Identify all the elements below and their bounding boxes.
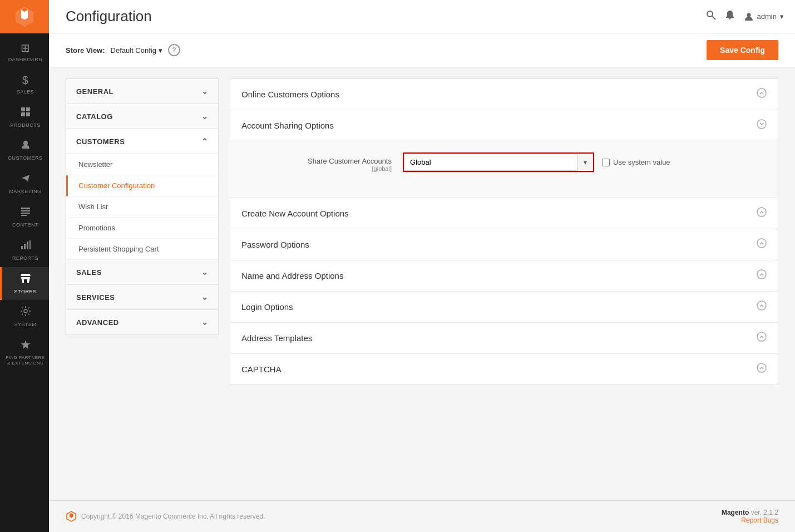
store-view-select[interactable]: Default Config ▾ xyxy=(111,46,162,55)
nav-item-newsletter[interactable]: Newsletter xyxy=(66,154,218,175)
footer-right: Magento ver. 2.1.2 Report Bugs xyxy=(722,509,778,524)
config-section-login-header[interactable]: Login Options xyxy=(230,292,778,322)
chevron-up-icon: ⌃ xyxy=(201,137,209,146)
sidebar-item-sales[interactable]: $ SALES xyxy=(0,68,49,101)
svg-rect-12 xyxy=(29,240,31,249)
sidebar-item-system[interactable]: SYSTEM xyxy=(0,300,49,333)
svg-rect-0 xyxy=(21,107,25,111)
nav-section-catalog[interactable]: CATALOG ⌄ xyxy=(66,104,218,129)
report-bugs-link[interactable]: Report Bugs xyxy=(741,516,778,524)
sidebar-item-find[interactable]: FIND PARTNERS & EXTENSIONS xyxy=(0,333,49,371)
config-section-account-sharing-header[interactable]: Account Sharing Options xyxy=(230,110,778,141)
search-icon[interactable] xyxy=(706,10,716,23)
config-panel: Online Customers Options Account Sharing… xyxy=(230,78,778,385)
sidebar-item-dashboard[interactable]: ⊞ DASHBOARD xyxy=(0,36,49,68)
config-section-captcha-title: CAPTCHA xyxy=(241,364,282,374)
footer-version: ver. 2.1.2 xyxy=(751,509,778,516)
left-nav: GENERAL ⌄ CATALOG ⌄ CUSTOMERS ⌃ Newslett… xyxy=(66,78,219,335)
config-section-name-address: Name and Address Options xyxy=(230,260,778,292)
nav-item-persistent-shopping-cart[interactable]: Persistent Shopping Cart xyxy=(66,239,218,260)
sidebar-item-content[interactable]: CONTENT xyxy=(0,200,49,234)
find-icon xyxy=(20,339,31,353)
sidebar-item-customers[interactable]: CUSTOMERS xyxy=(0,134,49,167)
sidebar-item-products[interactable]: PRODUCTS xyxy=(0,101,49,134)
use-system-value-label[interactable]: Use system value xyxy=(602,158,670,166)
sidebar-item-marketing[interactable]: MARKETING xyxy=(0,167,49,200)
config-section-login: Login Options xyxy=(230,292,778,323)
svg-point-16 xyxy=(707,11,713,17)
collapse-icon xyxy=(757,88,767,101)
nav-section-sales[interactable]: SALES ⌄ xyxy=(66,260,218,285)
nav-item-customer-configuration[interactable]: Customer Configuration xyxy=(66,175,218,196)
config-section-captcha-header[interactable]: CAPTCHA xyxy=(230,354,778,385)
marketing-icon xyxy=(20,173,31,186)
nav-item-wish-list[interactable]: Wish List xyxy=(66,196,218,218)
config-section-online-customers: Online Customers Options xyxy=(230,79,778,110)
admin-dropdown-icon: ▾ xyxy=(780,12,784,21)
nav-section-general-label: GENERAL xyxy=(76,87,113,96)
config-section-name-address-header[interactable]: Name and Address Options xyxy=(230,260,778,291)
use-system-value-checkbox[interactable] xyxy=(602,159,610,166)
config-section-online-customers-title: Online Customers Options xyxy=(241,90,339,99)
config-section-create-account-title: Create New Account Options xyxy=(241,209,349,218)
footer-copyright: Copyright © 2016 Magento Commerce Inc. A… xyxy=(81,513,265,520)
nav-item-promotions[interactable]: Promotions xyxy=(66,218,218,239)
nav-section-customers[interactable]: CUSTOMERS ⌃ xyxy=(66,129,218,154)
config-section-login-title: Login Options xyxy=(241,302,293,312)
svg-rect-3 xyxy=(26,112,30,116)
config-section-account-sharing-title: Account Sharing Options xyxy=(241,121,334,130)
config-section-password: Password Options xyxy=(230,229,778,260)
nav-section-advanced-label: ADVANCED xyxy=(76,318,119,327)
admin-user[interactable]: admin ▾ xyxy=(744,12,784,22)
page-title: Configuration xyxy=(66,8,152,25)
content-area: GENERAL ⌄ CATALOG ⌄ CUSTOMERS ⌃ Newslett… xyxy=(49,67,795,500)
footer-version-label: Magento xyxy=(722,509,749,516)
chevron-down-icon: ⌄ xyxy=(201,112,209,121)
config-section-create-account-header[interactable]: Create New Account Options xyxy=(230,198,778,229)
magento-logo[interactable] xyxy=(0,0,49,33)
config-section-address-templates-header[interactable]: Address Templates xyxy=(230,323,778,353)
nav-section-catalog-label: CATALOG xyxy=(76,112,113,121)
svg-point-18 xyxy=(747,13,750,17)
help-icon[interactable]: ? xyxy=(168,44,180,56)
notifications-icon[interactable] xyxy=(725,10,735,23)
nav-section-services[interactable]: SERVICES ⌄ xyxy=(66,285,218,310)
svg-rect-1 xyxy=(26,107,30,111)
store-view-label: Store View: xyxy=(66,46,105,55)
sidebar-item-stores[interactable]: STORES xyxy=(0,267,49,301)
nav-section-sales-label: SALES xyxy=(76,268,102,277)
nav-section-general[interactable]: GENERAL ⌄ xyxy=(66,79,218,104)
reports-icon xyxy=(20,239,31,253)
svg-rect-11 xyxy=(27,242,28,249)
sidebar-item-reports[interactable]: REPORTS xyxy=(0,234,49,267)
collapse-icon xyxy=(757,301,767,313)
content-icon xyxy=(20,206,31,220)
config-section-create-account: Create New Account Options xyxy=(230,198,778,229)
config-section-online-customers-header[interactable]: Online Customers Options xyxy=(230,79,778,110)
collapse-icon xyxy=(757,119,767,132)
share-accounts-select[interactable]: Global Per Website xyxy=(404,154,593,171)
chevron-down-icon: ⌄ xyxy=(201,268,209,277)
nav-sub-items-customers: Newsletter Customer Configuration Wish L… xyxy=(66,154,218,260)
svg-line-17 xyxy=(712,16,715,19)
config-row-share-accounts: Share Customer Accounts [global] Global … xyxy=(247,152,761,172)
nav-section-advanced[interactable]: ADVANCED ⌄ xyxy=(66,310,218,334)
chevron-down-icon: ⌄ xyxy=(201,318,209,327)
system-icon xyxy=(20,306,31,319)
svg-point-4 xyxy=(23,141,28,145)
svg-rect-13 xyxy=(24,279,27,283)
config-section-account-sharing-body: Share Customer Accounts [global] Global … xyxy=(230,141,778,198)
config-section-password-header[interactable]: Password Options xyxy=(230,229,778,260)
nav-section-services-label: SERVICES xyxy=(76,293,115,302)
collapse-icon xyxy=(757,207,767,220)
collapse-icon xyxy=(757,269,767,282)
nav-section-customers-label: CUSTOMERS xyxy=(76,137,125,146)
dashboard-icon: ⊞ xyxy=(21,41,31,55)
svg-point-14 xyxy=(24,309,27,313)
save-config-button[interactable]: Save Config xyxy=(707,40,778,60)
sidebar-item-label: PRODUCTS xyxy=(10,122,41,129)
config-section-captcha: CAPTCHA xyxy=(230,354,778,385)
store-view-bar: Store View: Default Config ▾ ? Save Conf… xyxy=(49,33,795,67)
footer-logo: Copyright © 2016 Magento Commerce Inc. A… xyxy=(66,511,265,522)
sidebar-item-label: MARKETING xyxy=(9,189,41,195)
